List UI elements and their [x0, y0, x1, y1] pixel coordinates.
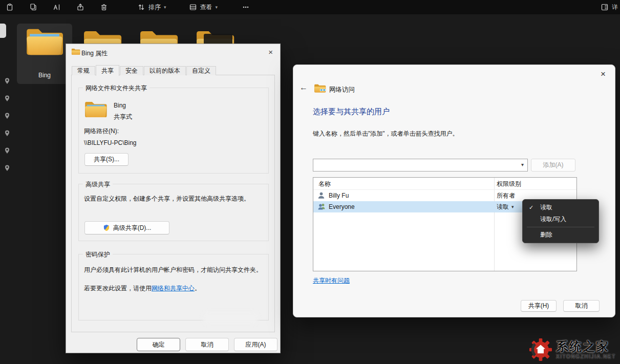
watermark-domain: XITONGZHIJIA.NET — [556, 354, 616, 360]
artifact-smudge — [203, 311, 258, 325]
explorer-window: 排序 ▾ 查看 ▾ 详 Bing — [0, 0, 620, 364]
pin-icon[interactable] — [4, 146, 11, 155]
menu-item-remove[interactable]: 删除 — [523, 229, 598, 241]
sort-icon — [137, 3, 145, 11]
network-sharing-group: 网络文件和文件夹共享 Bing 共享式 网络路径(N): \\BILLYFU-P… — [78, 88, 269, 174]
uac-shield-icon — [103, 224, 110, 231]
close-icon[interactable]: × — [601, 69, 606, 79]
view-icon — [189, 3, 197, 11]
shared-folder-name: Bing — [114, 102, 126, 109]
list-header: 名称 权限级别 — [313, 178, 576, 190]
menu-item-read-write[interactable]: 读取/写入 — [523, 213, 598, 225]
cancel-button[interactable]: 取消 — [185, 338, 229, 351]
group-title: 高级共享 — [83, 180, 113, 189]
watermark: 系统之家 XITONGZHIJIA.NET — [529, 338, 616, 361]
user-combobox[interactable]: ▾ — [313, 159, 528, 172]
view-button[interactable]: 查看 ▾ — [184, 1, 223, 13]
network-access-dialog: × ← 网络访问 选择要与其共享的用户 键入名称，然后单击"添加"，或者单击箭头… — [293, 65, 615, 317]
folder-icon — [25, 27, 65, 57]
sharing-trouble-link[interactable]: 共享时有问题 — [313, 276, 350, 285]
rename-icon[interactable] — [48, 1, 66, 13]
ok-button[interactable]: 确定 — [137, 338, 180, 351]
pin-icon[interactable] — [4, 94, 11, 102]
details-button[interactable]: 详 — [601, 0, 618, 14]
more-options-icon[interactable] — [237, 1, 254, 13]
pin-icon[interactable] — [4, 129, 11, 137]
add-button[interactable]: 添加(A) — [531, 159, 575, 172]
share-icon[interactable] — [72, 1, 89, 13]
advanced-sharing-group: 高级共享 设置自定义权限，创建多个共享，并设置其他高级共享选项。 高级共享(D)… — [78, 184, 269, 241]
delete-icon[interactable] — [95, 1, 113, 13]
dropdown-arrow-icon: ▾ — [511, 204, 514, 209]
instruction-text: 键入名称，然后单击"添加"，或者单击箭头查找用户。 — [313, 130, 459, 138]
pin-icon[interactable] — [4, 77, 11, 85]
pin-icon[interactable] — [4, 112, 11, 120]
password-protection-line2: 若要更改此设置，请使用网络和共享中心。 — [84, 284, 263, 293]
chevron-down-icon: ▾ — [164, 5, 166, 10]
network-path-label: 网络路径(N): — [84, 127, 119, 136]
details-pane-icon — [601, 3, 609, 11]
tab-customize[interactable]: 自定义 — [186, 66, 216, 75]
details-label: 详 — [612, 3, 618, 12]
advanced-sharing-description: 设置自定义权限，创建多个共享，并设置其他高级共享选项。 — [84, 195, 262, 203]
tab-security[interactable]: 安全 — [120, 66, 143, 75]
password-protection-group: 密码保护 用户必须具有此计算机的用户帐户和密码，才能访问共享文件夹。 若要更改此… — [78, 254, 269, 320]
permission-value: 读取 — [497, 203, 509, 211]
column-header-name[interactable]: 名称 — [318, 178, 331, 190]
property-tabs: 常规 共享 安全 以前的版本 自定义 — [72, 65, 217, 75]
sort-button[interactable]: 排序 ▾ — [132, 1, 172, 13]
close-icon[interactable]: × — [268, 48, 273, 56]
main-instruction: 选择要与其共享的用户 — [313, 107, 390, 117]
tab-general[interactable]: 常规 — [72, 66, 95, 75]
view-label: 查看 — [200, 3, 212, 12]
pin-icon[interactable] — [4, 164, 11, 172]
line2-suffix: 。 — [195, 285, 201, 292]
menu-item-label: 删除 — [540, 231, 552, 238]
chevron-down-icon: ▾ — [216, 5, 218, 10]
menu-item-label: 读取/写入 — [540, 216, 566, 223]
permission-menu: ✓ 读取 读取/写入 删除 — [522, 199, 599, 243]
menu-item-label: 读取 — [540, 204, 552, 211]
shared-folder-icon — [84, 100, 108, 119]
line2-prefix: 若要更改此设置，请使用 — [84, 285, 152, 292]
back-button[interactable]: ← — [300, 83, 308, 92]
share-button[interactable]: 共享(S)... — [84, 153, 129, 166]
apply-button[interactable]: 应用(A) — [234, 338, 277, 351]
group-title: 网络文件和文件夹共享 — [83, 84, 149, 93]
sort-label: 排序 — [148, 3, 161, 12]
xitongzhijia-logo-icon — [529, 338, 552, 361]
folder-icon — [71, 48, 80, 55]
copy-icon[interactable] — [25, 1, 42, 13]
tab-sharing[interactable]: 共享 — [96, 65, 119, 76]
network-path-value: \\BILLYFU-PC\Bing — [84, 139, 136, 146]
network-folder-icon — [314, 83, 326, 93]
menu-item-read[interactable]: ✓ 读取 — [523, 202, 598, 213]
group-title: 密码保护 — [83, 250, 113, 259]
user-name: Billy Fu — [329, 192, 349, 199]
user-permission: 所有者 — [497, 191, 515, 200]
share-state: 共享式 — [114, 113, 132, 121]
user-name: Everyone — [329, 203, 355, 210]
user-icon — [317, 191, 326, 200]
explorer-toolbar: 排序 ▾ 查看 ▾ 详 — [0, 0, 620, 14]
quick-access-pins — [4, 77, 11, 172]
menu-separator — [527, 227, 594, 227]
clipboard-icon[interactable] — [1, 1, 18, 13]
dialog-title: 网络访问 — [329, 85, 355, 94]
properties-dialog: Bing 属性 × 常规 共享 安全 以前的版本 自定义 网络文件和文件夹共享 … — [66, 44, 281, 353]
advanced-sharing-button[interactable]: 高级共享(D)... — [84, 221, 169, 234]
advanced-sharing-button-label: 高级共享(D)... — [113, 224, 152, 232]
combo-dropdown-icon[interactable]: ▾ — [521, 162, 524, 167]
group-icon — [317, 203, 326, 211]
column-header-permission[interactable]: 权限级别 — [497, 178, 521, 190]
dialog-title: Bing 属性 — [81, 49, 108, 58]
folder-bing[interactable]: Bing — [17, 24, 72, 84]
permission-value: 所有者 — [497, 191, 515, 200]
tab-previous-versions[interactable]: 以前的版本 — [144, 66, 186, 75]
permission-dropdown[interactable]: 读取 ▾ — [497, 203, 514, 211]
folder-label: Bing — [17, 72, 72, 79]
network-sharing-center-link[interactable]: 网络和共享中心 — [152, 285, 195, 292]
share-button[interactable]: 共享(H) — [521, 300, 557, 312]
cancel-button[interactable]: 取消 — [563, 300, 600, 312]
password-protection-line1: 用户必须具有此计算机的用户帐户和密码，才能访问共享文件夹。 — [84, 266, 263, 274]
